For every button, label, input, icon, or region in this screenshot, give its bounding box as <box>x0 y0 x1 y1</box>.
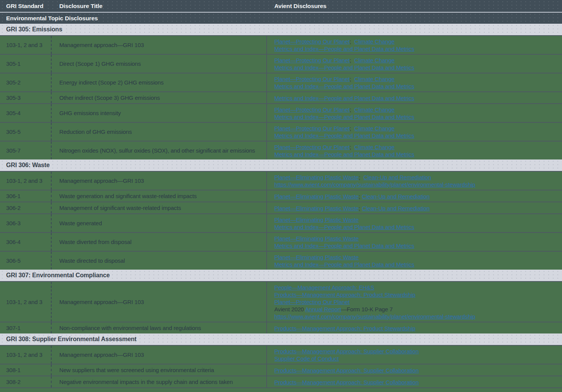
disclosure-link[interactable]: People—Management Approach: EH&S <box>274 284 374 291</box>
gri-standard-cell: 305-3 <box>0 92 52 103</box>
disclosure-link[interactable]: Planet—Eliminating Plastic Waste <box>274 216 359 223</box>
table-row: 306-1Waste generation and significant wa… <box>0 190 562 202</box>
gri-standard-value: 103-1, 2 and 3 <box>6 177 49 184</box>
disclosure-text: ; <box>359 193 362 200</box>
disclosure-title-cell: Negative environmental impacts in the su… <box>52 376 267 387</box>
avient-disclosures-cell: Planet—Eliminating Plastic WasteMetrics … <box>267 252 562 270</box>
disclosure-link[interactable]: Planet—Protecting Our Planet <box>274 144 350 150</box>
disclosure-title-value: Management approach—GRI 103 <box>59 41 262 49</box>
disclosure-title-cell: Reduction of GHG emissions <box>52 123 267 141</box>
disclosure-title-value: Other indirect (Scope 3) GHG emissions <box>59 94 262 101</box>
avient-disclosures-cell: Planet—Eliminating Plastic WasteMetrics … <box>267 214 562 232</box>
disclosure-title-cell: Management approach—GRI 103 <box>52 172 267 190</box>
disclosure-line: Metrics and Index—People and Planet Data… <box>274 113 557 120</box>
gri-standard-cell: 305-5 <box>0 123 52 141</box>
disclosure-link[interactable]: Metrics and Index—People and Planet Data… <box>274 114 414 120</box>
disclosure-link[interactable]: Metrics and Index—People and Planet Data… <box>274 151 414 158</box>
disclosure-link[interactable]: Metrics and Index—People and Planet Data… <box>274 83 414 89</box>
gri-standard-cell: 308-2 <box>0 376 52 387</box>
disclosure-link[interactable]: Metrics and Index—People and Planet Data… <box>274 132 414 139</box>
disclosure-link[interactable]: https://www.avient.com/company/sustainab… <box>274 181 475 188</box>
gri-standard-cell: 308-1 <box>0 364 52 376</box>
disclosure-title-value: Waste directed to disposal <box>59 257 262 264</box>
disclosure-title-cell: Non-compliance with environmental laws a… <box>52 322 267 333</box>
section-header: GRI 305: Emissions <box>0 24 562 35</box>
table-row: 305-3Other indirect (Scope 3) GHG emissi… <box>0 91 562 103</box>
disclosure-text: ; <box>350 38 354 45</box>
disclosure-title-cell: Other indirect (Scope 3) GHG emissions <box>52 92 267 103</box>
disclosure-line: https://www.avient.com/company/sustainab… <box>274 181 557 188</box>
disclosure-title-cell: GHG emissions intensity <box>52 104 267 122</box>
disclosure-title-cell: Waste diverted from disposal <box>52 233 267 251</box>
disclosure-link[interactable]: Planet—Eliminating Plastic Waste <box>274 193 359 200</box>
table-row: 306-4Waste diverted from disposalPlanet—… <box>0 232 562 251</box>
disclosure-link[interactable]: Clean-Up and Remediation <box>363 174 431 181</box>
disclosure-link[interactable]: https://www.avient.com/company/sustainab… <box>274 313 475 320</box>
avient-disclosures-cell: Planet—Protecting Our Planet; Climate Ch… <box>267 104 562 122</box>
disclosure-link[interactable]: Clean-Up and Remediation <box>362 193 430 200</box>
disclosure-line: Metrics and Index—People and Planet Data… <box>274 45 557 52</box>
gri-standard-cell: 305-1 <box>0 55 52 73</box>
table-row: 305-1Direct (Scope 1) GHG emissionsPlane… <box>0 54 562 73</box>
disclosure-line: People—Management Approach: EH&S <box>274 284 557 291</box>
disclosure-link[interactable]: Metrics and Index—People and Planet Data… <box>274 46 414 52</box>
disclosure-title-cell: Management approach—GRI 103 <box>52 346 267 364</box>
gri-standard-cell: 306-5 <box>0 252 52 270</box>
disclosure-link[interactable]: Planet—Protecting Our Planet <box>274 38 350 45</box>
disclosure-link[interactable]: Metrics and Index—People and Planet Data… <box>274 242 414 249</box>
disclosure-link[interactable]: Annual Report <box>305 306 341 312</box>
disclosure-link[interactable]: Climate Change <box>354 144 394 150</box>
disclosure-link[interactable]: Climate Change <box>354 125 394 132</box>
disclosure-link[interactable]: Planet—Eliminating Plastic Waste <box>274 205 359 211</box>
gri-standard-cell: 305-2 <box>0 73 52 91</box>
gri-standard-cell: 307-1 <box>0 322 52 333</box>
disclosure-link[interactable]: Planet—Protecting Our Planet <box>274 106 350 113</box>
disclosure-link[interactable]: Planet—Protecting Our Planet <box>274 299 350 305</box>
avient-disclosures-cell: Products—Management Approach: Supplier C… <box>267 364 562 376</box>
disclosure-link[interactable]: Climate Change <box>354 106 394 113</box>
section-header-label: GRI 308: Supplier Environmental Assessme… <box>6 336 137 343</box>
disclosure-link[interactable]: Metrics and Index—People and Planet Data… <box>274 64 414 71</box>
disclosure-line: Planet—Eliminating Plastic Waste; Clean-… <box>274 205 557 212</box>
disclosure-title-value: Reduction of GHG emissions <box>59 128 262 135</box>
disclosure-link[interactable]: Clean-Up and Remediation <box>362 205 430 211</box>
disclosure-line: Planet—Protecting Our Planet; Climate Ch… <box>274 143 557 151</box>
gri-standard-cell: 103-1, 2 and 3 <box>0 36 52 54</box>
disclosure-link[interactable]: Planet—Protecting Our Planet <box>274 125 350 132</box>
disclosure-link[interactable]: Metrics and Index—People and Planet Data… <box>274 95 414 101</box>
disclosure-title-cell: Waste generation and significant waste-r… <box>52 190 267 202</box>
disclosure-title-cell: Waste generated <box>52 214 267 232</box>
disclosure-link[interactable]: Planet—Eliminating Plastic Waste <box>274 174 359 181</box>
disclosure-link[interactable]: Planet—Eliminating Plastic Waste <box>274 254 359 260</box>
disclosure-line: Planet—Eliminating Plastic Waste; Clean-… <box>274 193 557 200</box>
disclosure-line: Planet—Eliminating Plastic Waste <box>274 235 557 242</box>
disclosure-link[interactable]: Planet—Protecting Our Planet <box>274 76 350 82</box>
disclosure-line: Metrics and Index—People and Planet Data… <box>274 261 557 268</box>
disclosure-link[interactable]: Products—Management Approach: Supplier C… <box>274 367 419 374</box>
disclosure-link[interactable]: Products—Management Approach: Product St… <box>274 325 415 332</box>
disclosure-link[interactable]: Planet—Protecting Our Planet <box>274 57 350 63</box>
disclosure-link[interactable]: Products—Management Approach: Product St… <box>274 291 415 298</box>
avient-disclosures-cell: Planet—Protecting Our Planet; Climate Ch… <box>267 36 562 54</box>
disclosure-link[interactable]: Climate Change <box>354 76 394 82</box>
gri-standard-value: 306-4 <box>6 238 49 246</box>
avient-disclosures-cell: Planet—Protecting Our Planet; Climate Ch… <box>267 55 562 73</box>
disclosure-title-cell: Nitrogen oxides (NOX), sulfur oxides (SO… <box>52 142 267 159</box>
disclosure-text: Avient 2020 <box>274 306 305 312</box>
disclosure-text: ; <box>350 144 354 150</box>
disclosure-link[interactable]: Climate Change <box>354 57 394 63</box>
disclosure-link[interactable]: Supplier Code of Conduct <box>274 355 339 362</box>
disclosure-line: Avient 2020 Annual Report—Form 10-K Page… <box>274 306 557 313</box>
disclosure-title-value: Waste diverted from disposal <box>59 238 262 246</box>
disclosure-link[interactable]: Climate Change <box>354 38 394 45</box>
disclosure-link[interactable]: Products—Management Approach: Supplier C… <box>274 348 419 355</box>
disclosure-link[interactable]: Metrics and Index—People and Planet Data… <box>274 261 414 268</box>
disclosure-link[interactable]: Metrics and Index—People and Planet Data… <box>274 224 414 230</box>
gri-standard-cell: 306-2 <box>0 202 52 213</box>
disclosure-link[interactable]: Planet—Eliminating Plastic Waste <box>274 235 359 242</box>
column-header-gri-standard: GRI Standard <box>0 3 52 10</box>
table-row: 305-2Energy indirect (Scope 2) GHG emiss… <box>0 73 562 91</box>
disclosure-link[interactable]: Products—Management Approach: Supplier C… <box>274 379 419 385</box>
disclosure-title-value: Management approach—GRI 103 <box>59 177 262 184</box>
gri-standard-cell: 306-3 <box>0 214 52 232</box>
